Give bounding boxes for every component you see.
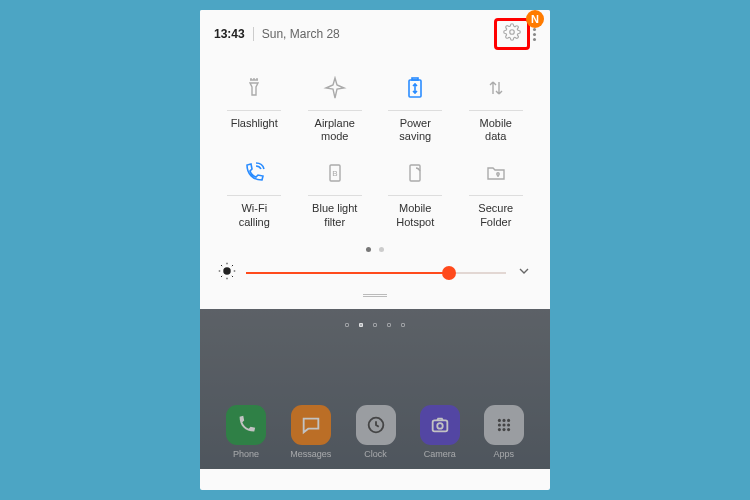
toggle-flashlight[interactable]: Flashlight [214, 68, 295, 153]
clock-icon [356, 405, 396, 445]
divider [253, 27, 254, 41]
notification-badge: N [526, 10, 544, 28]
svg-point-21 [498, 423, 501, 426]
brightness-row [214, 262, 536, 292]
svg-point-19 [502, 419, 505, 422]
toggle-label: Mobile data [480, 117, 512, 143]
toggle-hotspot[interactable]: Mobile Hotspot [375, 153, 456, 238]
dock-label: Apps [494, 449, 515, 459]
gear-icon [503, 23, 521, 45]
dock-label: Camera [424, 449, 456, 459]
wifi-calling-icon [242, 159, 266, 187]
notification-panel: 13:43 Sun, March 28 N [200, 10, 550, 309]
svg-line-14 [232, 265, 233, 266]
svg-point-26 [507, 428, 510, 431]
toggle-mobile-data[interactable]: Mobile data [456, 68, 537, 153]
svg-text:B: B [332, 169, 337, 178]
camera-icon [420, 405, 460, 445]
svg-line-9 [221, 265, 222, 266]
toggle-label: Power saving [399, 117, 431, 143]
slider-fill [246, 272, 449, 274]
toggle-power-saving[interactable]: Power saving [375, 68, 456, 153]
toggle-blue-light[interactable]: B Blue light filter [295, 153, 376, 238]
dock-apps[interactable]: Apps [484, 405, 524, 459]
phone-icon [226, 405, 266, 445]
toggle-label: Secure Folder [478, 202, 513, 228]
svg-rect-5 [410, 165, 420, 181]
toggle-airplane[interactable]: Airplane mode [295, 68, 376, 153]
toggle-wifi-calling[interactable]: Wi-Fi calling [214, 153, 295, 238]
page-dot [379, 247, 384, 252]
home-pager[interactable] [345, 323, 405, 327]
settings-button[interactable] [494, 18, 530, 50]
svg-point-23 [507, 423, 510, 426]
toggle-label: Airplane mode [315, 117, 355, 143]
status-right: N [494, 18, 536, 50]
svg-point-0 [510, 30, 515, 35]
clock-time: 13:43 [214, 27, 245, 41]
svg-rect-2 [412, 78, 418, 80]
expand-brightness[interactable] [516, 263, 532, 283]
svg-point-18 [498, 419, 501, 422]
dock-clock[interactable]: Clock [356, 405, 396, 459]
dock-label: Messages [290, 449, 331, 459]
dock-label: Clock [364, 449, 387, 459]
svg-point-17 [437, 423, 443, 429]
phone-frame: 13:43 Sun, March 28 N [200, 10, 550, 490]
svg-point-20 [507, 419, 510, 422]
pager-dots[interactable] [214, 247, 536, 252]
data-arrows-icon [484, 74, 508, 102]
slider-knob[interactable] [442, 266, 456, 280]
dock-phone[interactable]: Phone [226, 405, 266, 459]
flashlight-icon [242, 74, 266, 102]
home-screen: Phone Messages Clock Camera [200, 309, 550, 469]
toggle-label: Mobile Hotspot [396, 202, 434, 228]
dock: Phone Messages Clock Camera [200, 405, 550, 459]
messages-icon [291, 405, 331, 445]
svg-point-24 [498, 428, 501, 431]
svg-point-22 [502, 423, 505, 426]
toggle-secure-folder[interactable]: Secure Folder [456, 153, 537, 238]
toggle-label: Blue light filter [312, 202, 357, 228]
svg-line-13 [221, 276, 222, 277]
page-dot [366, 247, 371, 252]
bluelight-icon: B [323, 159, 347, 187]
overflow-menu[interactable] [533, 28, 536, 41]
hotspot-icon [403, 159, 427, 187]
svg-line-10 [232, 276, 233, 277]
battery-recycle-icon [403, 74, 427, 102]
quick-settings-grid: Flashlight Airplane mode Power saving [214, 68, 536, 239]
apps-icon [484, 405, 524, 445]
brightness-icon [218, 262, 236, 284]
dock-messages[interactable]: Messages [290, 405, 331, 459]
svg-rect-16 [432, 420, 447, 431]
status-bar: 13:43 Sun, March 28 N [214, 20, 536, 48]
status-left: 13:43 Sun, March 28 [214, 27, 340, 41]
panel-drag-handle[interactable] [214, 292, 536, 303]
secure-folder-icon [484, 159, 508, 187]
toggle-label: Flashlight [231, 117, 278, 143]
airplane-icon [323, 74, 347, 102]
dock-camera[interactable]: Camera [420, 405, 460, 459]
dock-label: Phone [233, 449, 259, 459]
brightness-slider[interactable] [246, 266, 506, 280]
svg-point-6 [497, 173, 499, 175]
toggle-label: Wi-Fi calling [239, 202, 270, 228]
status-date: Sun, March 28 [262, 27, 340, 41]
svg-point-25 [502, 428, 505, 431]
